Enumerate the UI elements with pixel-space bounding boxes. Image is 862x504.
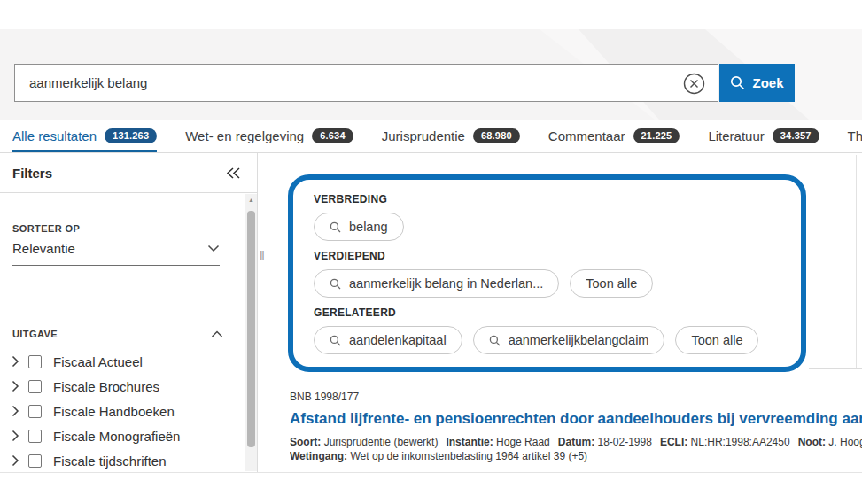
tab-label: Wet- en regelgeving	[185, 128, 304, 143]
meta-value: J. Hoogendoorn	[828, 436, 862, 448]
tab-themas[interactable]: Thema's 67	[848, 120, 862, 152]
tab-count-badge: 6.634	[312, 128, 353, 143]
collapse-sidebar-icon[interactable]	[226, 167, 241, 180]
gerelateerd-label: GERELATEERD	[314, 306, 780, 319]
chip-label: Toon alle	[586, 276, 637, 291]
meta-ecli: ECLI: NL:HR:1998:AA2450	[660, 435, 790, 449]
content-bottom-divider	[0, 472, 862, 473]
tab-label: Literatuur	[708, 128, 764, 143]
meta-label: Datum:	[558, 436, 594, 448]
meta-value: NL:HR:1998:AA2450	[691, 436, 790, 448]
filter-item-label: Fiscale Handboeken	[53, 404, 175, 419]
uitgave-checklist: Fiscaal Actueel Fiscale Brochures Fiscal…	[9, 349, 239, 473]
uitgave-checkbox[interactable]	[28, 380, 42, 393]
tab-count-badge: 131.263	[105, 128, 157, 143]
verdiepend-label: VERDIEPEND	[314, 250, 780, 262]
result-title-link[interactable]: Afstand lijfrente- en pensioenrechten do…	[290, 410, 862, 428]
results-tab-bar: Alle resultaten 131.263 Wet- en regelgev…	[0, 120, 862, 153]
uitgave-section-label: UITGAVE	[12, 329, 58, 339]
suggestion-chip-aanmerkelijkbelangclaim[interactable]: aanmerkelijkbelangclaim	[473, 326, 665, 354]
meta-label: Noot:	[798, 436, 826, 448]
uitgave-checkbox[interactable]	[28, 405, 42, 418]
suggestion-chip-belang[interactable]: belang	[314, 213, 404, 241]
filter-item-fiscale-handboeken[interactable]: Fiscale Handboeken	[9, 399, 239, 423]
search-suggestions-panel: VERBREDING belang VERDIEPEND aanmerkelij…	[288, 174, 806, 372]
meta-label: ECLI:	[660, 436, 687, 448]
chevron-right-icon[interactable]	[9, 355, 28, 368]
meta-value: Wet op de inkomstenbelasting 1964 artike…	[350, 450, 587, 462]
meta-noot: Noot: J. Hoogendoorn	[798, 435, 862, 449]
meta-label: Instantie:	[446, 436, 493, 448]
filter-item-label: Fiscale Monografieën	[53, 429, 180, 444]
search-icon	[489, 335, 501, 346]
chip-label: aanmerkelijk belang in Nederlan...	[349, 276, 543, 291]
search-result-item: BNB 1998/177 Afstand lijfrente- en pensi…	[290, 391, 862, 463]
meta-value: Jurisprudentie (bewerkt)	[324, 436, 439, 448]
meta-wetingang: Wetingang: Wet op de inkomstenbelasting …	[290, 449, 587, 463]
tab-literatuur[interactable]: Literatuur 34.357	[708, 120, 819, 152]
meta-value: Hoge Raad	[496, 436, 550, 448]
filter-item-label: Fiscale Brochures	[53, 379, 159, 394]
filter-item-fiscaal-actueel[interactable]: Fiscaal Actueel	[9, 349, 239, 374]
result-divider	[809, 368, 862, 369]
result-meta-line-2: Wetingang: Wet op de inkomstenbelasting …	[290, 449, 862, 463]
tab-commentaar[interactable]: Commentaar 21.225	[548, 120, 680, 152]
filter-item-fiscale-monografieen[interactable]: Fiscale Monografieën	[9, 423, 239, 448]
toon-alle-gerelateerd-button[interactable]: Toon alle	[675, 326, 758, 354]
search-icon	[330, 335, 341, 346]
meta-instantie: Instantie: Hoge Raad	[446, 435, 549, 449]
tab-jurisprudentie[interactable]: Jurisprudentie 68.980	[382, 120, 520, 152]
tab-count-badge: 21.225	[633, 128, 680, 143]
filters-title: Filters	[12, 166, 52, 181]
filters-header: Filters	[0, 153, 257, 193]
chevron-right-icon[interactable]	[9, 454, 28, 467]
filters-sidebar: Filters ▲ SORTEER OP Relevantie UITGAVE	[0, 153, 258, 472]
search-input[interactable]: aanmerkelijk belang	[14, 64, 718, 102]
uitgave-section-header[interactable]: UITGAVE	[12, 329, 223, 339]
tab-count-badge: 34.357	[773, 128, 819, 143]
sort-dropdown[interactable]: Relevantie	[12, 241, 220, 266]
chevron-right-icon[interactable]	[9, 405, 28, 417]
sidebar-scrollbar[interactable]: ▲	[245, 194, 257, 471]
scrollbar-thumb[interactable]	[247, 211, 255, 447]
result-meta-line-1: Soort: Jurisprudentie (bewerkt) Instanti…	[290, 435, 862, 449]
verdiepend-chip-row: aanmerkelijk belang in Nederlan... Toon …	[314, 269, 780, 298]
chevron-down-icon	[207, 244, 220, 252]
filter-item-label: Fiscaal Actueel	[53, 354, 143, 369]
search-button[interactable]: Zoek	[719, 64, 795, 102]
content-scrollbar-track[interactable]	[856, 155, 857, 368]
meta-label: Soort:	[290, 436, 321, 448]
panel-resize-handle-icon[interactable]: ‖	[260, 249, 265, 263]
tab-label: Jurisprudentie	[382, 128, 465, 143]
chevron-right-icon[interactable]	[9, 380, 28, 392]
active-tab-underline	[12, 150, 157, 152]
sort-section-label: SORTEER OP	[12, 223, 80, 234]
toon-alle-verdiepend-button[interactable]: Toon alle	[570, 269, 653, 298]
search-icon	[330, 278, 341, 290]
chevron-right-icon[interactable]	[9, 430, 28, 442]
chip-label: aanmerkelijkbelangclaim	[509, 333, 649, 347]
search-button-label: Zoek	[752, 75, 783, 90]
filter-item-fiscale-brochures[interactable]: Fiscale Brochures	[9, 374, 239, 399]
tab-label: Commentaar	[548, 128, 625, 143]
suggestion-chip-aandelenkapitaal[interactable]: aandelenkapitaal	[314, 326, 462, 354]
gerelateerd-chip-row: aandelenkapitaal aanmerkelijkbelangclaim…	[314, 326, 780, 354]
search-icon	[730, 75, 745, 90]
tab-wet-en-regelgeving[interactable]: Wet- en regelgeving 6.634	[185, 120, 353, 152]
filter-item-fiscale-tijdschriften[interactable]: Fiscale tijdschriften	[9, 448, 239, 473]
verbreding-chip-row: belang	[314, 213, 780, 241]
chip-label: Toon alle	[691, 333, 742, 347]
tab-alle-resultaten[interactable]: Alle resultaten 131.263	[12, 120, 157, 152]
result-reference: BNB 1998/177	[290, 391, 862, 403]
tab-label: Thema's	[848, 128, 862, 143]
uitgave-checkbox[interactable]	[28, 355, 42, 368]
scrollbar-up-arrow-icon[interactable]: ▲	[245, 197, 257, 203]
suggestion-chip-aanmerkelijk-belang-in-nederland[interactable]: aanmerkelijk belang in Nederlan...	[314, 269, 559, 298]
meta-soort: Soort: Jurisprudentie (bewerkt)	[290, 435, 438, 449]
clear-search-icon[interactable]	[683, 73, 705, 95]
tab-label: Alle resultaten	[12, 128, 97, 143]
uitgave-checkbox[interactable]	[28, 454, 42, 468]
tab-count-badge: 68.980	[473, 128, 520, 143]
chip-label: aandelenkapitaal	[349, 333, 447, 347]
uitgave-checkbox[interactable]	[28, 430, 42, 443]
